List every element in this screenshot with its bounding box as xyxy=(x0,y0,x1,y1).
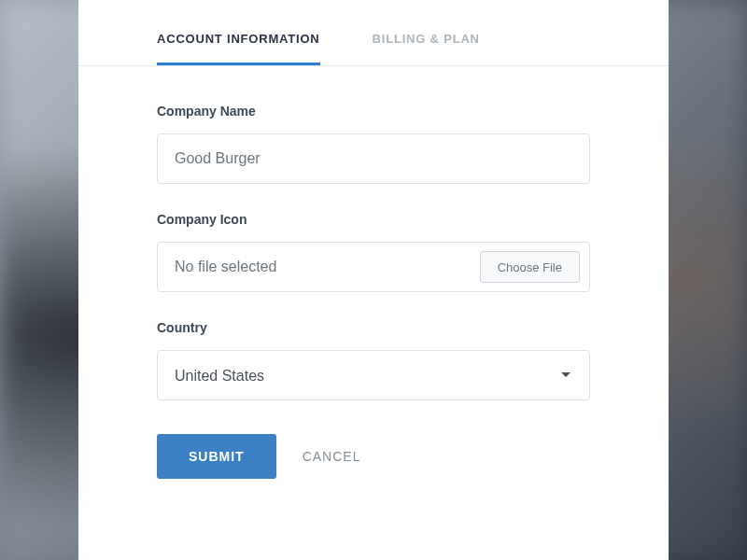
company-icon-file-input[interactable]: No file selected Choose File xyxy=(157,242,590,292)
cancel-button[interactable]: CANCEL xyxy=(303,449,361,464)
field-country: Country United States xyxy=(157,320,590,400)
country-select[interactable]: United States xyxy=(157,350,590,400)
company-name-label: Company Name xyxy=(157,104,590,119)
form-actions: SUBMIT CANCEL xyxy=(157,434,590,479)
field-company-icon: Company Icon No file selected Choose Fil… xyxy=(157,212,590,292)
tab-bar: ACCOUNT INFORMATION BILLING & PLAN xyxy=(78,0,669,66)
tab-billing-plan[interactable]: BILLING & PLAN xyxy=(373,0,480,65)
field-company-name: Company Name xyxy=(157,104,590,184)
file-status-text: No file selected xyxy=(175,259,276,275)
company-name-input[interactable] xyxy=(157,133,590,184)
tab-account-information[interactable]: ACCOUNT INFORMATION xyxy=(157,0,320,65)
account-modal: ACCOUNT INFORMATION BILLING & PLAN Compa… xyxy=(78,0,669,560)
account-form: Company Name Company Icon No file select… xyxy=(78,66,669,479)
submit-button[interactable]: SUBMIT xyxy=(157,434,276,479)
choose-file-button[interactable]: Choose File xyxy=(480,251,580,283)
company-icon-label: Company Icon xyxy=(157,212,590,227)
country-label: Country xyxy=(157,320,590,335)
